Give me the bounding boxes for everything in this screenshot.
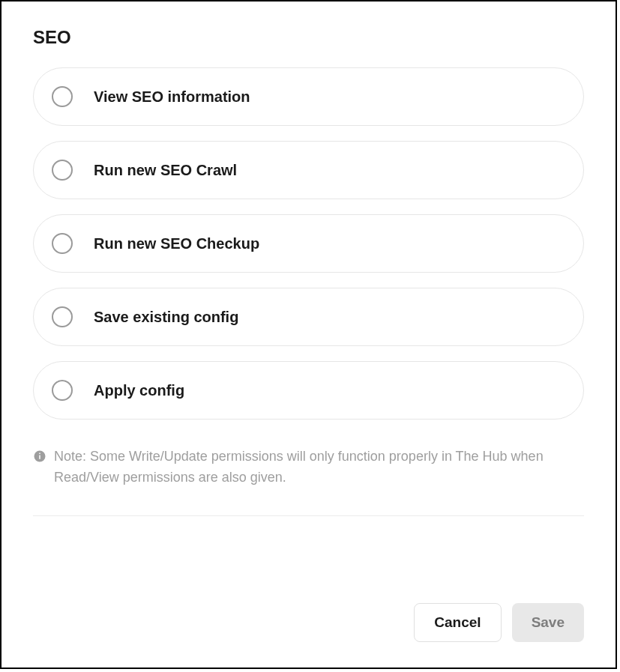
radio-icon[interactable] (52, 380, 73, 401)
note-block: Note: Some Write/Update permissions will… (33, 447, 584, 516)
option-view-seo-information[interactable]: View SEO information (33, 67, 584, 126)
option-apply-config[interactable]: Apply config (33, 361, 584, 420)
save-button[interactable]: Save (512, 603, 584, 642)
option-label: Run new SEO Crawl (94, 162, 237, 179)
svg-rect-1 (39, 455, 40, 459)
radio-icon[interactable] (52, 160, 73, 181)
option-list: View SEO information Run new SEO Crawl R… (33, 67, 584, 420)
section-title: SEO (33, 27, 584, 48)
option-run-new-seo-crawl[interactable]: Run new SEO Crawl (33, 141, 584, 199)
cancel-button[interactable]: Cancel (414, 603, 501, 642)
panel-footer: Cancel Save (1, 603, 616, 668)
option-label: Run new SEO Checkup (94, 235, 259, 252)
panel-content: SEO View SEO information Run new SEO Cra… (1, 1, 616, 603)
radio-icon[interactable] (52, 306, 73, 327)
radio-icon[interactable] (52, 233, 73, 254)
info-icon (33, 449, 46, 463)
permissions-panel: SEO View SEO information Run new SEO Cra… (0, 0, 617, 669)
option-run-new-seo-checkup[interactable]: Run new SEO Checkup (33, 214, 584, 273)
option-save-existing-config[interactable]: Save existing config (33, 288, 584, 346)
svg-rect-2 (39, 453, 40, 455)
radio-icon[interactable] (52, 86, 73, 107)
note-text: Note: Some Write/Update permissions will… (54, 447, 584, 488)
option-label: Save existing config (94, 309, 238, 326)
option-label: Apply config (94, 382, 184, 399)
option-label: View SEO information (94, 88, 250, 106)
